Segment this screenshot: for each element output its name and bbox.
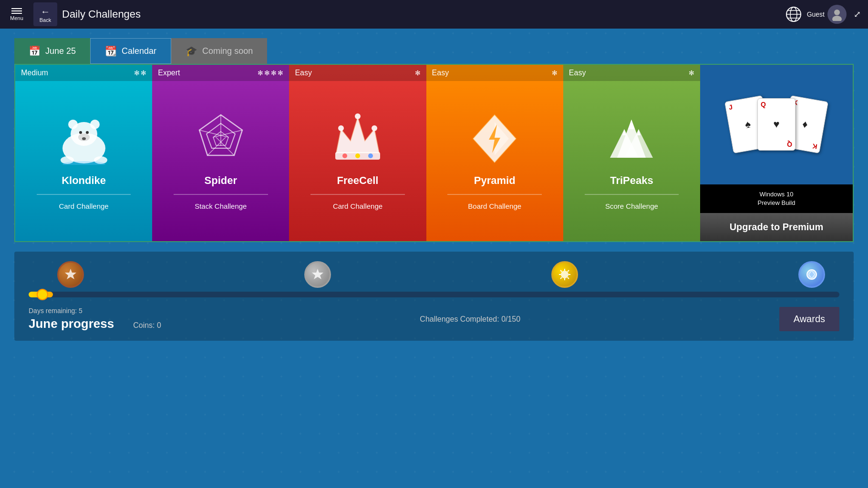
playing-cards-display: J ♠ J Q ♥ Q K — [729, 98, 824, 151]
game-card-spider[interactable]: Expert ✻ ✻ ✻ ✻ — [152, 65, 289, 241]
tab-calendar-label: Calendar — [122, 46, 156, 56]
game-card-klondike[interactable]: Medium ✻ ✻ — [15, 65, 152, 241]
star-icon: ✻ — [271, 69, 277, 77]
klondike-difficulty: Medium — [21, 69, 48, 77]
tab-coming-soon-label: Coming soon — [202, 46, 253, 56]
menu-button[interactable]: Menu — [5, 2, 29, 26]
user-name: Guest — [807, 10, 825, 18]
spider-stars: ✻ ✻ ✻ ✻ — [258, 69, 283, 77]
freecell-name: FreeCell — [337, 174, 379, 187]
header: Menu ← Back Daily Challenges Guest ⤢ — [0, 0, 868, 29]
bronze-medal-circle — [57, 261, 84, 288]
sun-medal-icon — [558, 267, 572, 282]
svg-line-48 — [560, 270, 562, 272]
medal-silver — [304, 261, 331, 288]
pyramid-difficulty: Easy — [432, 69, 449, 77]
spider-divider — [174, 194, 268, 195]
klondike-icon — [53, 108, 115, 170]
freecell-divider — [310, 194, 405, 195]
progress-left: Days remaining: 5 June progress Coins: 0 — [29, 307, 161, 331]
progress-bar-container — [29, 292, 839, 297]
svg-point-43 — [561, 271, 568, 278]
tripeaks-divider — [585, 194, 679, 195]
svg-line-50 — [568, 270, 569, 272]
game-card-freecell[interactable]: Easy ✻ — [289, 65, 426, 241]
game-card-pyramid[interactable]: Easy ✻ — [426, 65, 563, 241]
calendar-grid-icon: 📆 — [105, 45, 117, 57]
page-title: Daily Challenges — [62, 8, 780, 20]
spider-header: Expert ✻ ✻ ✻ ✻ — [152, 65, 289, 81]
pyramid-body: Pyramid Board Challenge — [426, 81, 563, 241]
freecell-challenge: Card Challenge — [333, 202, 382, 215]
header-right: Guest ⤢ — [785, 5, 863, 24]
svg-line-23 — [216, 137, 234, 155]
spider-challenge: Stack Challenge — [195, 202, 247, 215]
challenges-completed: Challenges Completed: 0/150 — [161, 315, 779, 324]
star-icon: ✻ — [258, 69, 263, 77]
svg-point-5 — [834, 10, 840, 15]
svg-point-28 — [355, 153, 360, 158]
pyramid-diamond-icon — [466, 110, 523, 167]
klondike-challenge: Card Challenge — [59, 202, 108, 215]
klondike-divider — [37, 194, 131, 195]
star-icon: ✻ — [689, 69, 694, 77]
premium-panel[interactable]: J ♠ J Q ♥ Q K — [700, 65, 853, 241]
svg-point-31 — [355, 113, 361, 119]
spider-name: Spider — [205, 174, 237, 187]
graduation-icon: 🎓 — [186, 45, 197, 57]
calendar-small-icon: 📅 — [29, 45, 41, 57]
hamburger-icon — [11, 13, 22, 14]
star-icon: ✻ — [278, 69, 283, 77]
expand-button[interactable]: ⤢ — [851, 7, 863, 22]
medal-bronze — [57, 261, 84, 288]
cards-area: Medium ✻ ✻ — [14, 64, 854, 242]
tab-coming-soon[interactable]: 🎓 Coming soon — [171, 38, 267, 64]
hamburger-icon — [11, 8, 22, 9]
svg-point-14 — [82, 137, 86, 140]
freecell-body: FreeCell Card Challenge — [289, 81, 426, 241]
svg-marker-38 — [628, 120, 635, 129]
globe-icon[interactable] — [785, 6, 802, 23]
cards-grid: Medium ✻ ✻ — [15, 65, 700, 241]
user-area[interactable]: Guest — [807, 5, 847, 24]
star-icon: ✻ — [264, 69, 270, 77]
medal-gold — [551, 261, 578, 288]
pyramid-challenge: Board Challenge — [468, 202, 521, 215]
premium-cards-visual: J ♠ J Q ♥ Q K — [700, 65, 853, 184]
spiderweb-icon — [192, 110, 249, 167]
svg-point-29 — [368, 153, 373, 158]
tab-june25[interactable]: 📅 June 25 — [14, 38, 90, 64]
freecell-icon — [327, 108, 389, 170]
queen-card: Q ♥ Q — [757, 98, 796, 151]
freecell-difficulty: Easy — [295, 69, 312, 77]
days-remaining: Days remaining: 5 — [29, 307, 161, 315]
klondike-name: Klondike — [62, 174, 106, 187]
svg-point-6 — [832, 16, 842, 21]
svg-line-24 — [207, 137, 226, 155]
crown-icon — [331, 110, 384, 167]
pyramid-icon — [464, 108, 526, 170]
star-icon: ✻ — [134, 69, 140, 77]
tripeaks-challenge: Score Challenge — [605, 202, 658, 215]
tab-june25-label: June 25 — [45, 46, 76, 56]
upgrade-button[interactable]: Upgrade to Premium — [700, 213, 853, 241]
tabs-row: 📅 June 25 📆 Calendar 🎓 Coming soon — [14, 38, 854, 64]
svg-point-27 — [342, 153, 347, 158]
game-card-tripeaks[interactable]: Easy ✻ — [563, 65, 700, 241]
back-button[interactable]: ← Back — [33, 2, 57, 26]
star-icon: ✻ — [415, 69, 421, 77]
menu-label: Menu — [10, 15, 23, 21]
tripeaks-header: Easy ✻ — [563, 65, 700, 81]
medals-row — [29, 261, 839, 288]
progress-info-row: Days remaining: 5 June progress Coins: 0… — [29, 307, 839, 331]
tab-calendar[interactable]: 📆 Calendar — [90, 38, 171, 64]
diamond-medal-circle — [798, 261, 825, 288]
awards-button[interactable]: Awards — [779, 307, 839, 331]
pyramid-name: Pyramid — [474, 174, 516, 187]
svg-point-13 — [86, 131, 89, 134]
premium-label-area: Windows 10Preview Build — [700, 184, 853, 213]
svg-point-32 — [372, 125, 377, 131]
pyramid-header: Easy ✻ — [426, 65, 563, 81]
bear-icon — [53, 112, 115, 165]
svg-point-9 — [68, 120, 78, 129]
